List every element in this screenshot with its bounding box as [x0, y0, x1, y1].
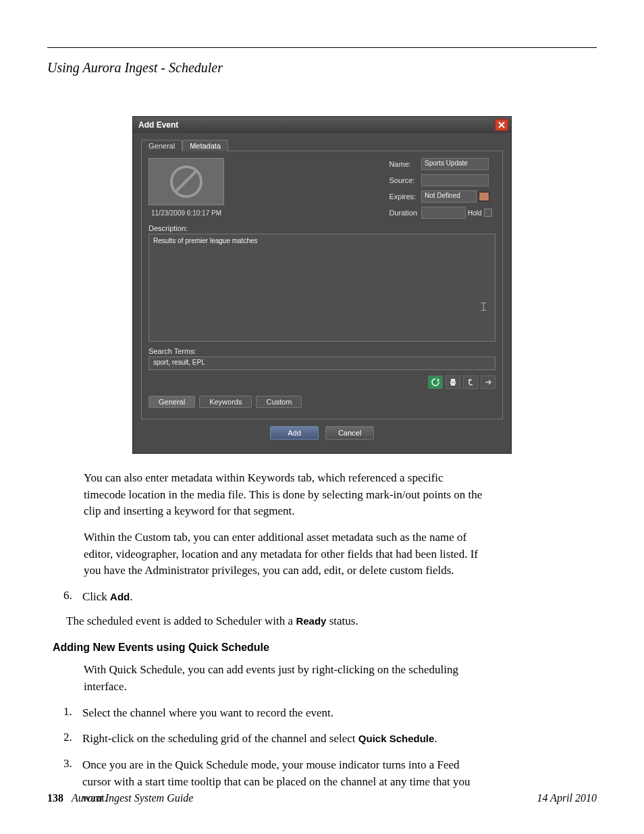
paragraph: Within the Custom tab, you can enter add… [84, 529, 485, 579]
list-item: 2. Right-click on the scheduling grid of… [63, 731, 485, 748]
description-label: Description: [149, 224, 495, 232]
source-label: Source: [389, 176, 417, 184]
calendar-icon[interactable] [479, 192, 489, 201]
footer-title: Aurora Ingest System Guide [72, 792, 193, 804]
undo-icon[interactable] [463, 375, 478, 389]
description-textarea[interactable]: Results of premier league matches 𝙸 [149, 234, 495, 342]
name-label: Name: [389, 160, 417, 168]
print-icon[interactable] [446, 375, 460, 389]
source-input[interactable] [421, 174, 489, 186]
search-terms-input[interactable]: sport, result, EPL [149, 357, 495, 370]
svg-rect-2 [451, 384, 455, 386]
timestamp-label: 11/23/2009 6:10:17 PM [149, 209, 224, 217]
inner-tab-general[interactable]: General [149, 396, 195, 408]
tab-metadata[interactable]: Metadata [182, 140, 228, 151]
close-icon[interactable] [495, 119, 508, 131]
expires-input[interactable]: Not Defined [421, 190, 477, 203]
add-event-dialog: Add Event General Metadata 11/23/2009 6:… [132, 116, 512, 454]
dialog-title: Add Event [138, 120, 178, 130]
hold-checkbox[interactable] [484, 209, 492, 217]
paragraph: The scheduled event is added to Schedule… [66, 615, 485, 628]
search-terms-label: Search Terms: [149, 347, 495, 355]
thumbnail-placeholder [149, 158, 224, 205]
subheading: Adding New Events using Quick Schedule [53, 642, 485, 654]
name-input[interactable]: Sports Update [421, 158, 489, 170]
forward-icon[interactable] [481, 375, 495, 389]
refresh-icon[interactable] [428, 375, 443, 389]
footer-date: 14 April 2010 [537, 792, 597, 804]
section-title: Using Aurora Ingest - Scheduler [47, 60, 597, 76]
hold-label: Hold [468, 209, 482, 217]
inner-tab-custom[interactable]: Custom [256, 396, 302, 408]
paragraph: You can also enter metadata within Keywo… [84, 470, 485, 520]
add-button[interactable]: Add [270, 426, 319, 440]
list-item: 1. Select the channel where you want to … [63, 705, 485, 722]
paragraph: With Quick Schedule, you can add events … [84, 662, 485, 695]
duration-label: Duration [389, 209, 417, 217]
tab-general[interactable]: General [141, 140, 182, 151]
expires-label: Expires: [389, 192, 417, 201]
list-item: 6. Click Add. [63, 589, 485, 606]
duration-input[interactable] [421, 207, 466, 219]
cancel-button[interactable]: Cancel [325, 426, 374, 440]
no-image-icon [170, 165, 203, 198]
svg-rect-1 [451, 379, 455, 381]
text-cursor-icon: 𝙸 [479, 300, 488, 314]
page-number: 138 [47, 792, 63, 804]
inner-tab-keywords[interactable]: Keywords [199, 396, 252, 408]
